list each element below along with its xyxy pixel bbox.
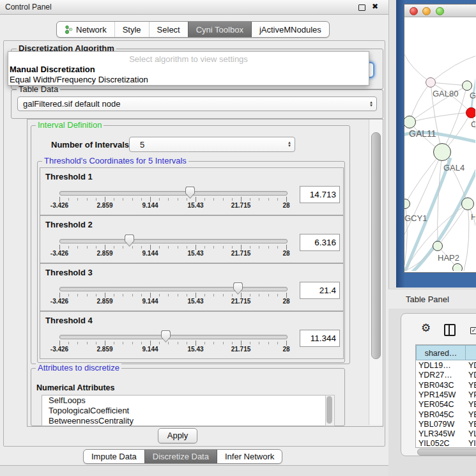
slider-track[interactable] — [59, 239, 288, 243]
threshold-value-field[interactable]: 11.344 — [300, 330, 340, 347]
node-label-gcy1: GCY1 — [404, 213, 427, 223]
threshold-label: Threshold 1 — [45, 172, 93, 181]
node-gal80[interactable] — [426, 77, 436, 88]
node-table[interactable]: shared… name YDL19…YDL1 YDR27…YDR2 YBR04… — [415, 344, 476, 448]
threshold-row-1: Threshold 1 -3.426 2.859 9.144 15.43 21.… — [40, 167, 344, 215]
table-data-combobox[interactable]: galFiltered.sif default node ▲▼ — [17, 96, 377, 111]
table-data-title: Table Data — [17, 85, 60, 93]
list-item[interactable]: SelfLoops — [42, 395, 334, 406]
table-panel-body: ⚙ ✓ ✓ shared… name YDL19…YDL1 YDR27…YDR2… — [388, 309, 476, 476]
split-columns-icon[interactable] — [444, 324, 456, 336]
tab-infer-network[interactable]: Infer Network — [217, 450, 282, 463]
minimize-traffic-light[interactable] — [422, 7, 431, 15]
node-large-center[interactable] — [433, 143, 451, 161]
tab-jactivemnodules[interactable]: jActiveMNodules — [251, 22, 329, 37]
slider-track[interactable] — [59, 287, 288, 291]
number-of-intervals-value: 5 — [130, 140, 284, 150]
combo-arrows-icon: ▲▼ — [366, 97, 376, 111]
tab-cyni-toolbox[interactable]: Cyni Toolbox — [188, 22, 251, 37]
threshold-value-field[interactable]: 14.713 — [300, 186, 340, 203]
table-row[interactable]: YLR345WYLR3 — [416, 429, 476, 439]
column-header-name[interactable]: name — [465, 345, 476, 360]
list-item[interactable]: BetweennessCentrality — [42, 416, 334, 426]
slider-ticks — [59, 197, 287, 202]
apply-button[interactable]: Apply — [158, 428, 197, 443]
table-row[interactable]: YDL19…YDL1 — [416, 361, 476, 371]
window-title: Control Panel — [5, 3, 52, 12]
popup-item-manual-discretization[interactable]: Manual Discretization — [10, 65, 95, 74]
close-icon[interactable]: ✖ — [372, 2, 378, 11]
threshold-row-4: Threshold 4 -3.426 2.859 9.144 15.43 21.… — [40, 311, 344, 359]
float-window-icon[interactable] — [358, 4, 365, 11]
table-row[interactable]: YBR043CYBR0 — [416, 381, 476, 390]
node-partial-bottom[interactable] — [452, 263, 463, 271]
node-label-gal80: GAL80 — [433, 89, 458, 98]
threshold-label: Threshold 3 — [45, 268, 93, 277]
table-row[interactable]: YER054CYER0 — [416, 400, 476, 410]
node-h[interactable] — [461, 197, 474, 210]
tab-discretize-data[interactable]: Discretize Data — [144, 450, 217, 463]
table-row[interactable]: YBR045CYBR0 — [416, 410, 476, 420]
tab-impute-data[interactable]: Impute Data — [84, 450, 144, 463]
checkbox-icon-1[interactable]: ✓ — [470, 327, 476, 334]
combo-arrows-icon: ▲▼ — [284, 137, 295, 151]
tab-style[interactable]: Style — [114, 22, 149, 37]
table-row[interactable]: YPR145WYPR1 — [416, 390, 476, 400]
network-window-titlebar[interactable] — [404, 4, 476, 17]
control-panel-tabbar: Network Style Select Cyni Toolbox jActiv… — [56, 21, 330, 38]
algorithm-dropdown-popup: Select algorithm to view settings Manual… — [8, 51, 369, 86]
close-traffic-light[interactable] — [410, 7, 418, 15]
slider-ticks — [59, 341, 287, 346]
interval-definition-title: Interval Definition — [36, 121, 104, 129]
network-canvas[interactable]: GAL80 G C GAL11 GAL4 GCY1 H HAP2 — [404, 17, 475, 271]
threshold-value-field[interactable]: 6.316 — [300, 234, 340, 251]
threshold-value-field[interactable]: 21.4 — [300, 282, 340, 299]
tab-network-label: Network — [76, 25, 107, 35]
node-label-gal11: GAL11 — [409, 128, 436, 139]
network-view-window: GAL80 G C GAL11 GAL4 GCY1 H HAP2 — [404, 4, 476, 273]
application-root: Control Panel ✖ Network Style Select Cyn… — [0, 0, 476, 476]
control-panel-titlebar[interactable]: Control Panel ✖ — [0, 0, 388, 15]
node-unnamed-top[interactable] — [462, 81, 472, 91]
node-label-partial-g: G — [470, 91, 475, 100]
table-data-combobox-value: galFiltered.sif default node — [18, 99, 366, 109]
gear-icon[interactable]: ⚙ — [421, 323, 431, 334]
node-red-selected[interactable] — [466, 107, 475, 118]
threshold-row-2: Threshold 2 -3.426 2.859 9.144 15.43 21.… — [40, 215, 344, 263]
table-panel-title: Table Panel — [406, 295, 449, 304]
slider-track[interactable] — [59, 191, 288, 196]
settings-scrollbar-thumb[interactable] — [371, 132, 381, 359]
number-of-intervals-label: Number of Intervals — [51, 140, 129, 150]
table-row[interactable]: YBL079WYBL0 — [416, 420, 476, 429]
control-panel-window: Control Panel ✖ Network Style Select Cyn… — [0, 0, 389, 466]
node-label-partial-h: H — [471, 212, 475, 222]
table-row[interactable]: YIL052CYIL0 — [416, 439, 476, 448]
node-label-gal4: GAL4 — [443, 163, 464, 173]
table-panel-inner: ⚙ ✓ ✓ shared… name YDL19…YDL1 YDR27…YDR2… — [401, 313, 476, 456]
node-hap2[interactable] — [433, 241, 443, 251]
network-icon — [65, 25, 73, 34]
list-item[interactable]: TopologicalCoefficient — [42, 406, 334, 416]
table-panel-header: Table Panel — [388, 289, 476, 309]
attributes-list-scrollbar-thumb[interactable] — [326, 396, 332, 424]
table-row[interactable]: YDR27…YDR2 — [416, 371, 476, 380]
popup-item-equal-width-frequency[interactable]: Equal Width/Frequency Discretization — [10, 75, 148, 84]
algorithm-popup-hint: Select algorithm to view settings — [8, 54, 369, 64]
threshold-label: Threshold 4 — [45, 316, 93, 325]
numerical-attributes-label: Numerical Attributes — [36, 383, 114, 392]
numerical-attributes-list[interactable]: SelfLoops TopologicalCoefficient Between… — [42, 395, 335, 426]
number-of-intervals-combobox[interactable]: 5 ▲▼ — [129, 137, 295, 152]
slider-ticks — [59, 245, 287, 250]
thresholds-group-title: Threshold's Coordinates for 5 Intervals — [42, 157, 188, 165]
tab-select[interactable]: Select — [149, 22, 188, 37]
table-horizontal-scrollbar-thumb[interactable] — [417, 449, 476, 456]
slider-ticks — [59, 293, 287, 298]
threshold-row-3: Threshold 3 -3.426 2.859 9.144 15.43 21.… — [40, 263, 344, 311]
column-header-shared-name[interactable]: shared… — [416, 345, 466, 360]
attributes-group-title: Attributes to discretize — [36, 364, 121, 372]
zoom-traffic-light[interactable] — [436, 7, 444, 15]
slider-track[interactable] — [59, 335, 288, 339]
node-label-hap2: HAP2 — [438, 253, 459, 263]
node-label-partial-c: C — [471, 119, 475, 129]
tab-network[interactable]: Network — [57, 22, 114, 37]
